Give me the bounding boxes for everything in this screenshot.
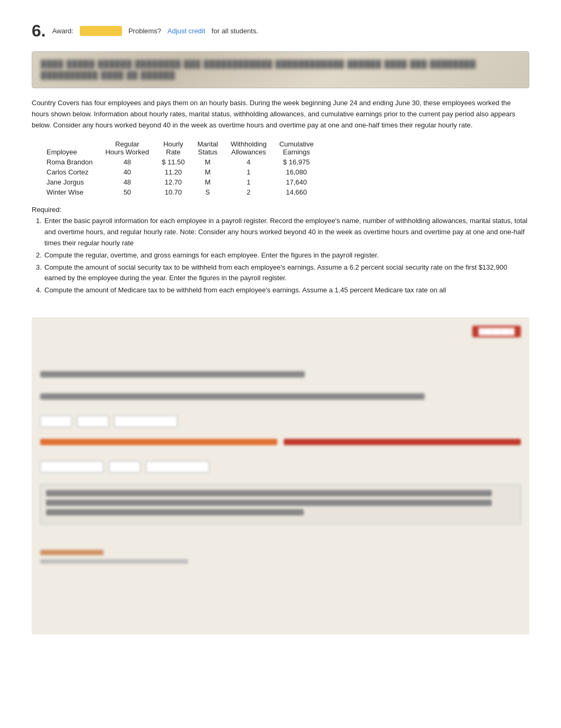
col-header-employee: Employee [40, 139, 99, 157]
table-cell: Carlos Cortez [40, 167, 99, 177]
question-header: 6. Award: Problems? Adjust credit for al… [32, 21, 529, 41]
table-row: Winter Wise5010.70S214,660 [40, 187, 320, 197]
table-row: Jane Jorgus4812.70M117,640 [40, 177, 320, 187]
award-label: Award: [52, 27, 73, 35]
blurred-top-header: ████████ [40, 326, 521, 360]
table-cell: M [191, 177, 225, 187]
blurred-footer [40, 550, 521, 564]
table-cell: 1 [225, 167, 273, 177]
table-cell: $ 16,975 [273, 157, 320, 167]
table-cell: 50 [99, 187, 155, 197]
col-header-cumulative: CumulativeEarnings [273, 139, 320, 157]
employee-table: Employee RegularHours Worked HourlyRate … [40, 139, 320, 197]
problem-image-block: ████ █████ ██████ ████████ ███ █████████… [32, 51, 529, 88]
list-item-number: 3. [36, 262, 42, 273]
blurred-orange-bar [40, 439, 277, 445]
blurred-image-text: ████ █████ ██████ ████████ ███ █████████… [32, 54, 529, 85]
required-list: 1.Enter the basic payroll information fo… [32, 216, 529, 296]
table-cell: 10.70 [155, 187, 191, 197]
table-cell: Winter Wise [40, 187, 99, 197]
table-cell: M [191, 157, 225, 167]
blurred-btn-2 [77, 416, 109, 427]
blurred-action-btn: ████████ [472, 326, 521, 337]
required-list-item: 1.Enter the basic payroll information fo… [32, 216, 529, 248]
blurred-buttons-row [40, 416, 521, 427]
required-list-item: 3.Compute the amount of social security … [32, 262, 529, 284]
blurred-footer-bar [40, 550, 104, 555]
blurred-table-area [40, 484, 521, 524]
for-all-students-text: for all students. [212, 27, 258, 35]
table-row: Roma Brandon48$ 11.50M4$ 16,975 [40, 157, 320, 167]
blurred-table-row-3 [46, 509, 304, 515]
table-cell: 4 [225, 157, 273, 167]
bottom-section-content: ████████ [40, 326, 521, 564]
table-cell: Jane Jorgus [40, 177, 99, 187]
table-row: Carlos Cortez4011.20M116,080 [40, 167, 320, 177]
adjust-credit-link[interactable]: Adjust credit [167, 27, 205, 35]
blurred-content-row-2 [40, 393, 521, 403]
award-value [80, 26, 122, 36]
table-cell: 17,640 [273, 177, 320, 187]
table-cell: 2 [225, 187, 273, 197]
question-number: 6. [32, 21, 46, 41]
blurred-btn-1 [40, 416, 72, 427]
required-list-item: 4.Compute the amount of Medicare tax to … [32, 285, 529, 296]
problems-label: Problems? [128, 27, 161, 35]
required-label: Required: [32, 206, 529, 214]
col-header-regular-hours: RegularHours Worked [99, 139, 155, 157]
blurred-input-1 [40, 461, 104, 473]
table-cell: 48 [99, 157, 155, 167]
blurred-table-row-1 [46, 490, 492, 496]
table-cell: Roma Brandon [40, 157, 99, 167]
col-header-withholding: WithholdingAllowances [225, 139, 273, 157]
table-cell: 48 [99, 177, 155, 187]
table-cell: 1 [225, 177, 273, 187]
blurred-content-row-1 [40, 371, 521, 381]
blurred-status-row [40, 439, 521, 448]
table-cell: S [191, 187, 225, 197]
table-cell: $ 11.50 [155, 157, 191, 167]
table-cell: M [191, 167, 225, 177]
blurred-table-row-2 [46, 500, 492, 506]
blurred-inputs-row [40, 461, 521, 473]
table-cell: 16,080 [273, 167, 320, 177]
blurred-btn-3 [114, 416, 177, 427]
table-cell: 14,660 [273, 187, 320, 197]
blurred-bar-5 [40, 393, 425, 400]
bottom-blurred-section: ████████ [32, 317, 529, 634]
blurred-input-3 [146, 461, 209, 473]
list-item-number: 2. [36, 250, 42, 261]
table-cell: 12.70 [155, 177, 191, 187]
blurred-footer-line [40, 559, 188, 564]
blurred-input-2 [109, 461, 141, 473]
col-header-hourly-rate: HourlyRate [155, 139, 191, 157]
blurred-red-bar [284, 439, 521, 445]
required-list-item: 2.Compute the regular, overtime, and gro… [32, 250, 529, 261]
required-section: Required: 1.Enter the basic payroll info… [32, 206, 529, 296]
blurred-bar-4 [40, 371, 305, 377]
list-item-number: 4. [36, 285, 42, 296]
list-item-number: 1. [36, 216, 42, 227]
table-cell: 11.20 [155, 167, 191, 177]
problem-description: Country Covers has four employees and pa… [32, 98, 529, 131]
col-header-marital-status: MaritalStatus [191, 139, 225, 157]
table-cell: 40 [99, 167, 155, 177]
